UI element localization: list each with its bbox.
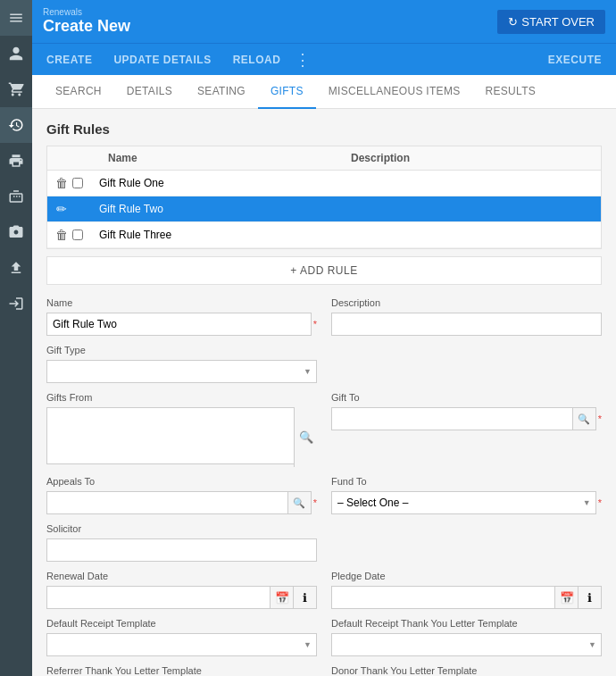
row-icons: 🗑 [54,176,99,190]
gift-type-label: Gift Type [46,345,317,355]
appeals-to-search-button[interactable]: 🔍 [287,492,311,513]
sidebar-item-print[interactable] [0,143,32,179]
sidebar-item-login[interactable] [0,286,32,321]
pledge-date-info-button[interactable]: ℹ [578,587,601,608]
tab-search[interactable]: SEARCH [43,75,114,109]
gift-to-required: * [598,413,602,424]
tab-miscellaneous-items[interactable]: MISCELLANEOUS ITEMS [316,75,473,109]
table-row[interactable]: ✏ Gift Rule Two [47,196,601,222]
rule-name-2: Gift Rule Two [99,203,594,215]
tab-seating[interactable]: SEATING [185,75,258,109]
col-description-header: Description [351,152,594,164]
renewal-date-input[interactable] [47,587,270,608]
form-row-gifts-from-gift-to: Gifts From 🔍 Gift To 🔍 * [46,392,602,467]
search-icon: 🔍 [299,430,313,444]
sidebar-item-badge[interactable] [0,179,32,214]
col-name-header: Name [108,152,351,164]
form-group-placeholder-2 [331,523,602,562]
form-group-receipt-thank-you: Default Receipt Thank You Letter Templat… [331,618,602,656]
donor-thank-you-label: Donor Thank You Letter Template [331,665,602,676]
pencil-icon[interactable]: ✏ [54,202,69,216]
nav-reload[interactable]: RELOAD [222,44,292,76]
pledge-date-input[interactable] [332,587,554,608]
fund-to-required: * [598,497,602,508]
sidebar-item-cart[interactable] [0,71,32,107]
tab-gifts[interactable]: GIFTS [258,75,316,109]
gift-type-select-wrapper [46,360,317,383]
tab-results[interactable]: RESULTS [473,75,549,109]
description-input[interactable] [331,313,602,336]
table-row[interactable]: 🗑 Gift Rule One [47,171,601,196]
sidebar-item-history[interactable] [0,107,32,143]
gift-type-select[interactable] [46,360,317,383]
name-label: Name [46,297,317,308]
name-input[interactable] [46,313,312,336]
nav-update-details[interactable]: UPDATE DETAILS [103,44,221,76]
form-group-default-receipt: Default Receipt Template [46,618,317,656]
fund-to-select[interactable]: – Select One – [331,491,596,514]
appeals-to-input[interactable] [47,492,287,513]
row-checkbox-3[interactable] [72,230,83,240]
nav-bar: CREATE UPDATE DETAILS RELOAD ⋮ EXECUTE [32,43,616,75]
gift-to-input[interactable] [332,408,572,430]
main-content: Renewals Create New ↻ START OVER CREATE … [32,0,616,676]
fund-to-label: Fund To [331,476,602,487]
receipt-thank-you-select-wrapper [331,633,602,656]
solicitor-label: Solicitor [46,523,317,534]
table-row[interactable]: 🗑 Gift Rule Three [47,222,601,248]
sidebar-item-upload[interactable] [0,250,32,286]
default-receipt-label: Default Receipt Template [46,618,317,629]
form-row-gift-type: Gift Type [46,345,602,383]
section-title: Gift Rules [46,121,602,137]
renewal-date-info-button[interactable]: ℹ [293,587,316,608]
pledge-date-wrapper: 📅 ℹ [331,586,602,609]
row-checkbox[interactable] [72,178,83,188]
sidebar-item-menu[interactable] [0,0,32,36]
gift-to-label: Gift To [331,392,602,403]
default-receipt-select[interactable] [46,633,317,656]
receipt-thank-you-select[interactable] [331,633,602,656]
gift-to-search-button[interactable]: 🔍 [572,408,595,430]
gifts-from-label: Gifts From [46,392,317,403]
appeals-to-wrapper: 🔍 [46,491,312,514]
form-row-appeals-fund: Appeals To 🔍 * Fund To – Select One – [46,476,602,514]
pledge-date-calendar-button[interactable]: 📅 [554,587,578,608]
nav-create[interactable]: CREATE [36,44,103,76]
top-bar: Renewals Create New ↻ START OVER [32,0,616,43]
gifts-from-search-button[interactable]: 🔍 [294,407,317,467]
trash-icon-3[interactable]: 🗑 [54,228,69,242]
renewal-date-label: Renewal Date [46,571,317,581]
form-group-fund-to: Fund To – Select One – * [331,476,602,514]
form-group-donor-thank-you: Donor Thank You Letter Template [331,665,602,676]
sidebar-item-camera[interactable] [0,214,32,250]
table-header: Name Description [47,146,601,171]
nav-more-icon[interactable]: ⋮ [291,50,314,70]
top-bar-branding: Renewals Create New [43,7,130,36]
solicitor-input[interactable] [46,538,317,562]
gifts-from-wrapper: 🔍 [46,407,317,467]
trash-icon[interactable]: 🗑 [54,176,69,190]
add-rule-button[interactable]: + ADD RULE [46,256,602,285]
form-group-placeholder-1 [331,345,602,383]
referrer-thank-you-label: Referrer Thank You Letter Template [46,665,317,676]
receipt-thank-you-label: Default Receipt Thank You Letter Templat… [331,618,602,629]
form-row-name-desc: Name * Description [46,297,602,336]
execute-button[interactable]: EXECUTE [537,44,612,76]
sidebar-item-person[interactable] [0,36,32,71]
start-over-button[interactable]: ↻ START OVER [497,10,605,34]
name-required: * [313,319,317,330]
renewal-date-calendar-button[interactable]: 📅 [270,587,293,608]
tabs-bar: SEARCH DETAILS SEATING GIFTS MISCELLANEO… [32,75,616,109]
pledge-date-label: Pledge Date [331,571,602,581]
gifts-from-textarea[interactable] [46,407,317,464]
form-row-receipt-templates: Default Receipt Template Default Receipt… [46,618,602,656]
app-subtitle: Renewals [43,7,130,17]
page-title: Create New [43,17,130,36]
form-group-pledge-date: Pledge Date 📅 ℹ [331,571,602,609]
appeals-to-label: Appeals To [46,476,317,487]
form-group-name: Name * [46,297,317,336]
row-icons-3: 🗑 [54,228,99,242]
form-group-renewal-date: Renewal Date 📅 ℹ [46,571,317,609]
form-row-thank-you-letters: Referrer Thank You Letter Template Donor… [46,665,602,676]
tab-details[interactable]: DETAILS [114,75,185,109]
